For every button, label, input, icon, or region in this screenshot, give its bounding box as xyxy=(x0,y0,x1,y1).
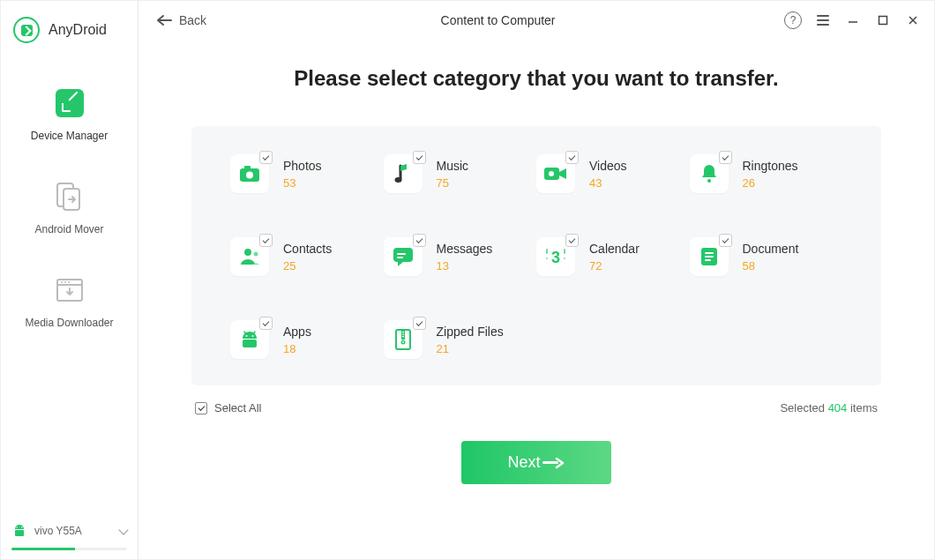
svg-point-28 xyxy=(564,258,565,259)
chevron-down-icon xyxy=(118,525,128,534)
category-item-apps[interactable]: Apps18 xyxy=(230,320,384,359)
svg-rect-30 xyxy=(705,252,714,254)
arrow-right-icon xyxy=(555,457,565,469)
checkbox-icon xyxy=(259,317,273,330)
android-mover-icon xyxy=(55,182,85,212)
sidebar-item-media-downloader[interactable]: Media Downloader xyxy=(1,255,138,348)
app-logo-area: AnyDroid xyxy=(1,1,138,64)
back-label: Back xyxy=(179,13,206,27)
device-manager-icon xyxy=(56,89,84,117)
category-label: Zipped Files xyxy=(437,325,504,339)
category-item-videos[interactable]: Videos43 xyxy=(536,154,690,193)
svg-point-34 xyxy=(252,335,254,337)
checkbox-icon xyxy=(413,317,426,330)
category-count: 75 xyxy=(437,176,469,190)
category-item-photos[interactable]: Photos53 xyxy=(230,154,384,193)
category-label: Music xyxy=(437,159,469,173)
category-item-document[interactable]: Document58 xyxy=(690,237,843,276)
back-button[interactable]: Back xyxy=(151,10,212,31)
chat-bubble-icon xyxy=(384,237,423,276)
svg-point-5 xyxy=(64,281,66,283)
media-downloader-icon xyxy=(55,277,85,303)
svg-rect-40 xyxy=(402,332,404,332)
category-count: 26 xyxy=(743,176,798,190)
category-count: 25 xyxy=(283,259,332,273)
titlebar: Back Content to Computer ? xyxy=(138,1,934,40)
android-robot-icon xyxy=(230,320,269,359)
next-button[interactable]: Next xyxy=(461,441,610,484)
close-button[interactable] xyxy=(904,11,922,29)
category-item-messages[interactable]: Messages13 xyxy=(384,237,537,276)
svg-rect-11 xyxy=(879,17,887,25)
category-count: 18 xyxy=(283,342,311,355)
checkbox-icon xyxy=(413,151,426,164)
category-item-ringtones[interactable]: Ringtones26 xyxy=(690,154,843,193)
maximize-button[interactable] xyxy=(874,11,892,29)
checkbox-icon xyxy=(413,234,426,247)
category-label: Apps xyxy=(283,325,311,339)
checkbox-icon xyxy=(719,151,732,164)
category-item-contacts[interactable]: Contacts25 xyxy=(230,237,384,276)
category-label: Calendar xyxy=(589,242,640,256)
video-camera-icon xyxy=(536,154,575,193)
window-controls: ? xyxy=(784,11,922,29)
page-title: Content to Computer xyxy=(212,13,784,27)
category-label: Videos xyxy=(589,159,627,173)
main-area: Back Content to Computer ? Please select… xyxy=(138,1,934,559)
device-name: vivo Y55A xyxy=(34,525,113,537)
category-count: 53 xyxy=(283,176,322,190)
svg-rect-32 xyxy=(705,259,711,261)
sidebar-item-label: Media Downloader xyxy=(25,317,113,329)
calendar-icon: 3 xyxy=(536,237,575,276)
sidebar-item-device-manager[interactable]: Device Manager xyxy=(1,68,138,161)
svg-rect-26 xyxy=(564,249,565,254)
camera-icon xyxy=(230,154,269,193)
document-icon xyxy=(690,237,729,276)
checkbox-icon xyxy=(565,151,579,164)
sidebar-items: Device Manager Android Mover Media Downl… xyxy=(1,64,138,514)
next-label: Next xyxy=(507,453,540,472)
android-icon xyxy=(11,523,27,539)
person-icon xyxy=(230,237,269,276)
select-all-label: Select All xyxy=(214,401,261,414)
checkbox-icon xyxy=(195,402,207,414)
category-item-zipped[interactable]: Zipped Files21 xyxy=(384,320,537,359)
category-count: 21 xyxy=(437,342,504,355)
svg-point-20 xyxy=(254,252,258,257)
category-count: 43 xyxy=(589,176,627,190)
heading: Please select category that you want to … xyxy=(191,66,881,91)
help-button[interactable]: ? xyxy=(784,11,802,29)
category-label: Photos xyxy=(283,159,322,173)
menu-button[interactable] xyxy=(814,11,832,29)
svg-rect-23 xyxy=(397,257,403,258)
checkbox-icon xyxy=(259,234,273,247)
sidebar-item-android-mover[interactable]: Android Mover xyxy=(1,161,138,255)
category-count: 58 xyxy=(743,259,799,273)
svg-point-7 xyxy=(17,526,18,527)
svg-point-8 xyxy=(21,526,22,527)
svg-text:3: 3 xyxy=(551,249,560,266)
svg-point-17 xyxy=(549,171,554,176)
music-note-icon xyxy=(384,154,423,193)
svg-rect-31 xyxy=(705,256,714,258)
category-item-music[interactable]: Music75 xyxy=(384,154,537,193)
svg-point-6 xyxy=(68,281,70,283)
svg-rect-41 xyxy=(402,334,404,335)
category-item-calendar[interactable]: 3Calendar72 xyxy=(536,237,690,276)
device-selector[interactable]: vivo Y55A xyxy=(1,514,138,548)
svg-rect-22 xyxy=(397,253,406,255)
app-logo-icon xyxy=(13,17,40,43)
help-icon: ? xyxy=(784,11,802,29)
svg-rect-42 xyxy=(402,336,404,337)
footer-row: Select All Selected 404 items xyxy=(191,385,881,420)
svg-rect-25 xyxy=(546,249,548,254)
checkbox-icon xyxy=(565,234,579,247)
app-name: AnyDroid xyxy=(49,22,107,38)
svg-rect-9 xyxy=(15,530,24,536)
minimize-button[interactable] xyxy=(844,11,862,29)
category-label: Contacts xyxy=(283,242,332,256)
svg-point-33 xyxy=(246,335,248,337)
back-arrow-icon xyxy=(156,14,172,26)
select-all-checkbox[interactable]: Select All xyxy=(195,401,261,414)
sidebar-item-label: Device Manager xyxy=(31,130,108,142)
